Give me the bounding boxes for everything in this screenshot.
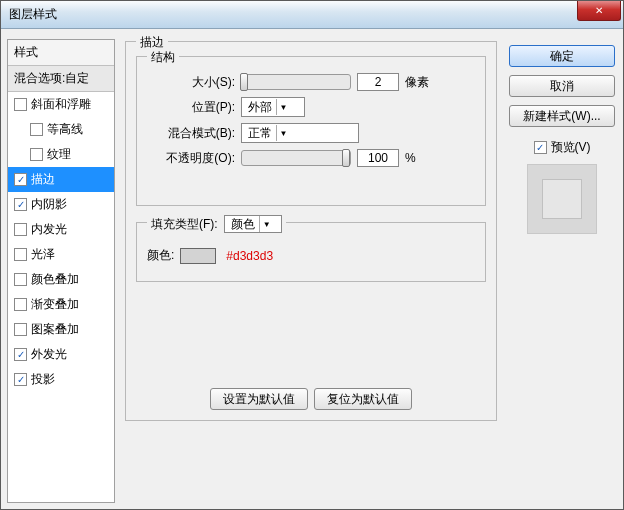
sidebar-item-label: 颜色叠加 — [31, 271, 79, 288]
sidebar-item[interactable]: 光泽 — [8, 242, 114, 267]
checkbox[interactable] — [14, 248, 27, 261]
size-unit: 像素 — [405, 74, 429, 91]
sidebar-item-label: 光泽 — [31, 246, 55, 263]
sidebar-item[interactable]: 内发光 — [8, 217, 114, 242]
size-label: 大小(S): — [147, 74, 235, 91]
sidebar-item[interactable]: 斜面和浮雕 — [8, 92, 114, 117]
sidebar-item-label: 图案叠加 — [31, 321, 79, 338]
sidebar-item-label: 内阴影 — [31, 196, 67, 213]
sidebar-item[interactable]: 图案叠加 — [8, 317, 114, 342]
sidebar-item[interactable]: ✓外发光 — [8, 342, 114, 367]
main-panel: 描边 结构 大小(S): 2 像素 位置(P): 外部 ▼ — [119, 39, 503, 503]
sidebar-blend-options[interactable]: 混合选项:自定 — [8, 66, 114, 92]
sidebar-item-label: 外发光 — [31, 346, 67, 363]
position-label: 位置(P): — [147, 99, 235, 116]
opacity-unit: % — [405, 151, 416, 165]
reset-default-button[interactable]: 复位为默认值 — [314, 388, 412, 410]
sidebar-item[interactable]: ✓投影 — [8, 367, 114, 392]
fill-group: 填充类型(F): 颜色 ▼ 颜色: #d3d3d3 — [136, 222, 486, 282]
right-panel: 确定 取消 新建样式(W)... ✓ 预览(V) — [507, 39, 617, 503]
styles-sidebar: 样式 混合选项:自定 斜面和浮雕等高线纹理✓描边✓内阴影内发光光泽颜色叠加渐变叠… — [7, 39, 115, 503]
checkbox[interactable] — [14, 298, 27, 311]
structure-label: 结构 — [147, 49, 179, 66]
preview-box — [527, 164, 597, 234]
sidebar-item[interactable]: 颜色叠加 — [8, 267, 114, 292]
fill-group-label: 填充类型(F): 颜色 ▼ — [147, 215, 286, 233]
checkbox[interactable] — [30, 123, 43, 136]
checkbox[interactable] — [14, 273, 27, 286]
new-style-button[interactable]: 新建样式(W)... — [509, 105, 615, 127]
sidebar-item[interactable]: 等高线 — [8, 117, 114, 142]
chevron-down-icon: ▼ — [276, 99, 290, 115]
sidebar-item[interactable]: ✓描边 — [8, 167, 114, 192]
preview-toggle[interactable]: ✓ 预览(V) — [534, 139, 591, 156]
opacity-slider[interactable] — [241, 150, 351, 166]
sidebar-item-label: 内发光 — [31, 221, 67, 238]
chevron-down-icon: ▼ — [276, 125, 290, 141]
blend-mode-combo[interactable]: 正常 ▼ — [241, 123, 359, 143]
stroke-group: 描边 结构 大小(S): 2 像素 位置(P): 外部 ▼ — [125, 41, 497, 421]
sidebar-item[interactable]: ✓内阴影 — [8, 192, 114, 217]
sidebar-item-label: 斜面和浮雕 — [31, 96, 91, 113]
blend-mode-label: 混合模式(B): — [147, 125, 235, 142]
sidebar-item[interactable]: 渐变叠加 — [8, 292, 114, 317]
checkbox[interactable] — [30, 148, 43, 161]
size-input[interactable]: 2 — [357, 73, 399, 91]
window-title: 图层样式 — [9, 6, 57, 23]
fill-type-combo[interactable]: 颜色 ▼ — [224, 215, 282, 233]
checkbox[interactable]: ✓ — [14, 373, 27, 386]
cancel-button[interactable]: 取消 — [509, 75, 615, 97]
checkbox[interactable]: ✓ — [14, 198, 27, 211]
checkbox[interactable] — [14, 98, 27, 111]
structure-group: 结构 大小(S): 2 像素 位置(P): 外部 ▼ — [136, 56, 486, 206]
ok-button[interactable]: 确定 — [509, 45, 615, 67]
preview-swatch — [542, 179, 582, 219]
color-label: 颜色: — [147, 247, 174, 264]
color-swatch[interactable] — [180, 248, 216, 264]
set-default-button[interactable]: 设置为默认值 — [210, 388, 308, 410]
sidebar-header[interactable]: 样式 — [8, 40, 114, 66]
close-button[interactable]: ✕ — [577, 1, 621, 21]
chevron-down-icon: ▼ — [259, 216, 273, 232]
color-hex: #d3d3d3 — [226, 249, 273, 263]
opacity-label: 不透明度(O): — [147, 150, 235, 167]
sidebar-item-label: 描边 — [31, 171, 55, 188]
layer-style-dialog: 图层样式 ✕ 样式 混合选项:自定 斜面和浮雕等高线纹理✓描边✓内阴影内发光光泽… — [0, 0, 624, 510]
checkbox[interactable] — [14, 223, 27, 236]
sidebar-item-label: 渐变叠加 — [31, 296, 79, 313]
sidebar-item[interactable]: 纹理 — [8, 142, 114, 167]
checkbox[interactable]: ✓ — [14, 348, 27, 361]
preview-checkbox[interactable]: ✓ — [534, 141, 547, 154]
title-bar: 图层样式 ✕ — [1, 1, 623, 29]
position-combo[interactable]: 外部 ▼ — [241, 97, 305, 117]
opacity-input[interactable]: 100 — [357, 149, 399, 167]
checkbox[interactable] — [14, 323, 27, 336]
preview-label: 预览(V) — [551, 139, 591, 156]
sidebar-item-label: 纹理 — [47, 146, 71, 163]
sidebar-item-label: 等高线 — [47, 121, 83, 138]
size-slider[interactable] — [241, 74, 351, 90]
sidebar-item-label: 投影 — [31, 371, 55, 388]
checkbox[interactable]: ✓ — [14, 173, 27, 186]
